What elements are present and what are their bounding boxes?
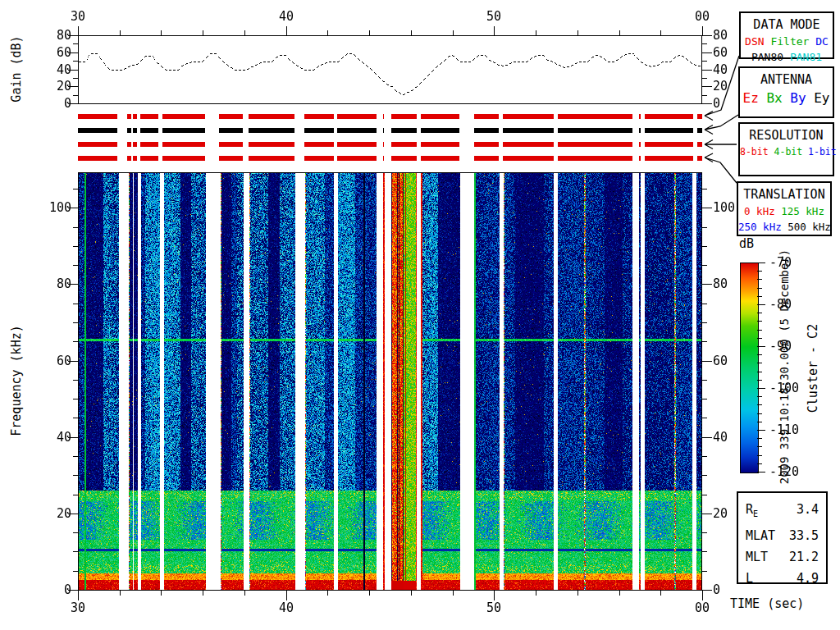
tick-label: 40 — [272, 601, 301, 614]
tick-mark — [73, 246, 78, 247]
tick-label: 40 — [43, 431, 71, 444]
tick-label: 80 — [43, 277, 71, 290]
tick-label: 40 — [713, 431, 741, 444]
tick-mark — [411, 30, 412, 35]
tick-label: 20 — [713, 80, 741, 93]
tick-mark — [702, 103, 712, 104]
tick-mark — [757, 446, 762, 447]
tick-label: 80 — [43, 29, 71, 42]
tick-mark — [702, 86, 712, 87]
wbd-plot-page: Gain (dB) Frequency (kHz) dB DATA MODE D… — [0, 0, 840, 630]
tick-mark — [702, 70, 712, 71]
tick-mark — [244, 30, 245, 35]
tick-mark — [73, 399, 78, 399]
tick-mark — [453, 30, 454, 35]
tick-mark — [203, 30, 203, 35]
tick-label: 30 — [63, 601, 93, 614]
tick-mark — [619, 591, 620, 596]
tick-label: 00 — [687, 601, 717, 614]
tick-mark — [120, 30, 121, 35]
tick-mark — [757, 262, 765, 263]
tick-label: 20 — [713, 507, 741, 520]
tick-mark — [578, 30, 578, 35]
tick-mark — [73, 43, 78, 44]
tick-mark — [702, 551, 707, 552]
tick-label: 0 — [713, 583, 741, 596]
tick-mark — [73, 532, 78, 533]
tick-label: 20 — [43, 80, 71, 93]
tick-mark — [757, 463, 762, 464]
tick-mark — [702, 456, 707, 457]
tick-mark — [73, 551, 78, 552]
tick-mark — [73, 380, 78, 381]
tick-mark — [73, 265, 78, 266]
tick-label: -90 — [769, 340, 809, 353]
tick-label: 0 — [713, 97, 741, 110]
tick-mark — [702, 78, 707, 79]
tick-mark — [757, 422, 762, 422]
tick-mark — [702, 189, 707, 189]
tick-mark — [702, 475, 707, 476]
tick-mark — [702, 361, 712, 362]
tick-mark — [757, 330, 762, 331]
tick-label: 50 — [479, 601, 509, 614]
tick-label: 60 — [713, 354, 741, 368]
tick-mark — [702, 304, 707, 304]
tick-mark — [702, 43, 707, 44]
tick-mark — [757, 346, 765, 347]
tick-mark — [702, 437, 712, 438]
tick-mark — [757, 455, 762, 456]
tick-mark — [757, 404, 762, 405]
tick-mark — [78, 26, 79, 35]
tick-label: -80 — [769, 298, 809, 311]
tick-label: 40 — [713, 63, 741, 76]
tick-mark — [73, 418, 78, 418]
tick-mark — [757, 296, 762, 297]
tick-mark — [73, 95, 78, 96]
tick-mark — [757, 363, 762, 363]
tick-label: 100 — [43, 201, 71, 214]
tick-mark — [757, 321, 762, 322]
tick-mark — [702, 571, 707, 572]
tick-label: -100 — [769, 381, 809, 395]
tick-mark — [286, 26, 287, 35]
tick-mark — [578, 591, 578, 596]
tick-mark — [702, 52, 712, 53]
tick-mark — [78, 591, 79, 600]
tick-mark — [702, 208, 712, 208]
tick-mark — [702, 26, 703, 35]
tick-mark — [73, 61, 78, 62]
tick-mark — [757, 271, 762, 272]
tick-mark — [411, 591, 412, 596]
tick-label: 30 — [63, 10, 93, 23]
tick-mark — [73, 495, 78, 495]
tick-mark — [702, 514, 712, 514]
tick-mark — [73, 341, 78, 342]
axis-ticks-layer: 3040500000202040406060808000202040406060… — [0, 0, 840, 630]
tick-label: 60 — [713, 46, 741, 59]
tick-mark — [702, 341, 707, 342]
tick-mark — [286, 591, 287, 600]
tick-mark — [453, 591, 454, 596]
tick-mark — [73, 475, 78, 476]
tick-mark — [757, 430, 765, 431]
tick-label: 80 — [713, 29, 741, 42]
tick-label: 50 — [479, 10, 509, 23]
tick-mark — [73, 78, 78, 79]
tick-mark — [757, 279, 762, 280]
tick-mark — [702, 284, 712, 285]
tick-mark — [327, 30, 328, 35]
tick-mark — [702, 399, 707, 399]
tick-mark — [702, 35, 712, 36]
tick-mark — [757, 354, 762, 355]
tick-mark — [702, 61, 707, 62]
tick-mark — [369, 30, 370, 35]
tick-mark — [161, 591, 162, 596]
tick-mark — [327, 591, 328, 596]
tick-mark — [757, 313, 762, 313]
tick-label: 0 — [43, 97, 71, 110]
tick-label: 80 — [713, 277, 741, 290]
tick-label: 00 — [687, 10, 717, 23]
tick-mark — [757, 338, 762, 339]
tick-mark — [702, 95, 707, 96]
